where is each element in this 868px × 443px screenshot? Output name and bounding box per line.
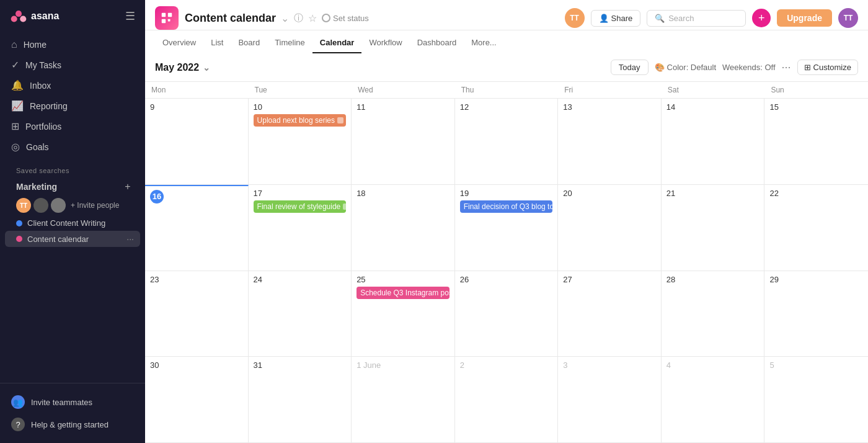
cal-header-sat: Sat <box>662 82 765 98</box>
chevron-down-icon[interactable]: ⌄ <box>281 12 289 24</box>
cell-date-number: 13 <box>563 102 656 112</box>
weekends-label: Weekends: Off <box>722 63 776 72</box>
tab-board[interactable]: Board <box>231 33 267 53</box>
calendar-cell-1-6[interactable]: 22 <box>764 185 868 271</box>
calendar-cell-3-1[interactable]: 31 <box>249 357 352 442</box>
calendar-cell-3-2[interactable]: 1 June <box>352 357 455 442</box>
calendar-cell-3-3[interactable]: 2 <box>455 357 559 442</box>
help-button[interactable]: ? Help & getting started <box>5 413 140 436</box>
calendar-cell-3-4[interactable]: 3 <box>558 357 662 442</box>
sidebar-item-portfolios[interactable]: ⊞ Portfolios <box>5 116 140 136</box>
search-placeholder: Search <box>668 14 694 23</box>
calendar-cell-1-1[interactable]: 17Final review of styleguide <box>249 185 352 271</box>
svg-rect-3 <box>162 13 166 17</box>
calendar-cell-2-5[interactable]: 28 <box>662 271 765 357</box>
search-box[interactable]: 🔍 Search <box>647 10 746 27</box>
marketing-section-header: Marketing + <box>5 177 140 195</box>
event-pill[interactable]: Schedule Q3 Instagram posts <box>356 287 450 299</box>
calendar-cell-3-0[interactable]: 30 <box>145 357 249 442</box>
project-label-client-content: Client Content Writing <box>27 218 105 228</box>
more-options-button[interactable]: ··· <box>782 61 791 74</box>
tab-more[interactable]: More... <box>464 33 503 53</box>
project-dot-client-content <box>16 220 22 226</box>
tab-workflow[interactable]: Workflow <box>361 33 409 53</box>
calendar-cell-0-2[interactable]: 11 <box>352 99 455 184</box>
header-title-area: Content calendar ⌄ ⓘ ☆ Set status <box>185 12 369 25</box>
asana-logo[interactable]: asana <box>10 7 59 25</box>
tab-calendar[interactable]: Calendar <box>312 33 362 53</box>
star-icon[interactable]: ☆ <box>308 12 317 24</box>
calendar-cell-1-3[interactable]: 19Final decision of Q3 blog topics <box>455 185 559 271</box>
page-title: Content calendar <box>185 12 276 25</box>
cell-date-number: 24 <box>254 275 347 284</box>
cell-date-number: 15 <box>769 102 863 112</box>
sidebar-item-client-content[interactable]: Client Content Writing <box>5 215 140 231</box>
sidebar-navigation: ⌂ Home ✓ My Tasks 🔔 Inbox 📈 Reporting ⊞ … <box>0 32 145 383</box>
info-icon[interactable]: ⓘ <box>294 12 303 24</box>
cell-date-number: 19 <box>460 189 553 198</box>
sidebar-item-inbox[interactable]: 🔔 Inbox <box>5 75 140 96</box>
calendar-cell-1-2[interactable]: 18 <box>352 185 455 271</box>
event-dot-icon <box>337 117 343 123</box>
reporting-icon: 📈 <box>11 100 24 112</box>
invite-people-button[interactable]: + Invite people <box>68 201 122 210</box>
calendar-cell-2-2[interactable]: 25Schedule Q3 Instagram posts <box>352 271 455 357</box>
calendar-cell-1-0[interactable]: 16 <box>145 185 249 271</box>
calendar-cell-1-5[interactable]: 21 <box>662 185 765 271</box>
calendar-cell-0-1[interactable]: 10Upload next blog series <box>249 99 352 184</box>
calendar-cell-3-5[interactable]: 4 <box>662 357 765 442</box>
cell-date-number: 16 <box>150 190 164 204</box>
calendar-cell-1-4[interactable]: 20 <box>558 185 662 271</box>
hamburger-icon[interactable]: ☰ <box>125 9 135 23</box>
cell-date-number: 5 <box>769 360 863 370</box>
sidebar-item-reporting[interactable]: 📈 Reporting <box>5 96 140 116</box>
event-pill[interactable]: Final review of styleguide <box>254 200 347 213</box>
calendar-cell-2-4[interactable]: 27 <box>558 271 662 357</box>
tab-list[interactable]: List <box>203 33 231 53</box>
user-avatar[interactable]: TT <box>838 8 858 28</box>
calendar-cell-0-0[interactable]: 9 <box>145 99 249 184</box>
sidebar-item-content-calendar[interactable]: Content calendar ··· <box>5 231 140 247</box>
check-icon: ✓ <box>11 59 19 71</box>
calendar-cell-2-1[interactable]: 24 <box>249 271 352 357</box>
project-label-content-calendar: Content calendar <box>27 235 89 244</box>
project-more-icon[interactable]: ··· <box>126 234 134 244</box>
tab-timeline[interactable]: Timeline <box>267 33 312 53</box>
calendar-cell-2-3[interactable]: 26 <box>455 271 559 357</box>
invite-teammates-button[interactable]: 👥 Invite teammates <box>5 391 140 413</box>
share-button[interactable]: 👤 Share <box>591 10 641 27</box>
add-button[interactable]: + <box>752 9 771 27</box>
upgrade-button[interactable]: Upgrade <box>777 9 832 27</box>
cell-date-number: 20 <box>563 189 656 198</box>
help-icon: ? <box>11 418 25 431</box>
sidebar-item-my-tasks[interactable]: ✓ My Tasks <box>5 55 140 75</box>
set-status-button[interactable]: Set status <box>322 14 369 23</box>
tab-dashboard[interactable]: Dashboard <box>410 33 464 53</box>
avatar-2 <box>33 198 48 213</box>
project-icon <box>155 6 179 30</box>
weekends-button[interactable]: Weekends: Off <box>722 63 776 72</box>
month-chevron-icon: ⌄ <box>203 63 210 73</box>
customize-button[interactable]: ⊞ Customize <box>797 60 858 75</box>
sidebar-item-reporting-label: Reporting <box>30 101 68 111</box>
event-pill[interactable]: Final decision of Q3 blog topics <box>460 200 553 213</box>
marketing-add-button[interactable]: + <box>122 181 134 193</box>
calendar-cell-0-6[interactable]: 15 <box>764 99 868 184</box>
sidebar-item-goals[interactable]: ◎ Goals <box>5 136 140 157</box>
sidebar-item-home[interactable]: ⌂ Home <box>5 35 140 55</box>
cell-date-number: 26 <box>460 275 553 284</box>
calendar-cell-2-6[interactable]: 29 <box>764 271 868 357</box>
today-button[interactable]: Today <box>611 60 649 75</box>
event-pill[interactable]: Upload next blog series <box>254 114 347 127</box>
month-selector[interactable]: May 2022 ⌄ <box>155 62 210 73</box>
calendar-cell-0-5[interactable]: 14 <box>662 99 765 184</box>
event-label: Upload next blog series <box>257 116 335 125</box>
calendar-cell-2-0[interactable]: 23 <box>145 271 249 357</box>
cell-date-number: 10 <box>254 102 347 112</box>
calendar-cell-0-4[interactable]: 13 <box>558 99 662 184</box>
calendar-cell-3-6[interactable]: 5 <box>764 357 868 442</box>
svg-rect-6 <box>168 19 170 22</box>
color-button[interactable]: 🎨 Color: Default <box>655 63 716 72</box>
calendar-cell-0-3[interactable]: 12 <box>455 99 559 184</box>
tab-overview[interactable]: Overview <box>155 33 203 53</box>
